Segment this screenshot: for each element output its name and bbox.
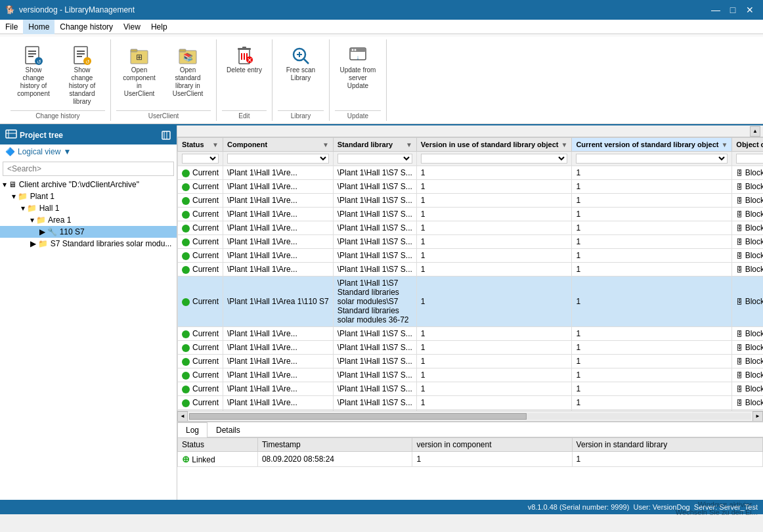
table-row[interactable]: Current\Plant 1\Hall 1\Are...\Plant 1\Ha… bbox=[178, 194, 764, 208]
version-in-use-filter-btn[interactable]: ▼ bbox=[561, 141, 568, 148]
tree-expand-110s7[interactable]: ▶ bbox=[39, 227, 45, 236]
tree-expand-hall1[interactable]: ▾ bbox=[21, 204, 25, 213]
tree-expand-s7standard[interactable]: ▶ bbox=[30, 239, 36, 248]
tree-item-110s7[interactable]: ▶ 🔧 110 S7 bbox=[0, 226, 177, 238]
delete-entry-button[interactable]: ✕ Delete entry bbox=[222, 42, 267, 78]
table-row[interactable]: Current\Plant 1\Hall 1\Are...\Plant 1\Ha… bbox=[178, 396, 764, 410]
tree-item-plant1[interactable]: ▾ 📁 Plant 1 bbox=[0, 190, 177, 202]
version-in-use-filter-select[interactable] bbox=[421, 154, 568, 164]
open-standard-library-button[interactable]: 📚 Open standard library in UserClient bbox=[165, 42, 211, 101]
update-from-server-button[interactable]: ↓ Update from server Update bbox=[335, 42, 381, 93]
filter-object-comp[interactable] bbox=[732, 152, 763, 166]
scroll-right-button[interactable]: ► bbox=[752, 411, 763, 422]
table-row[interactable]: Current\Plant 1\Hall 1\Are...\Plant 1\Ha… bbox=[178, 355, 764, 368]
table-row[interactable]: Current\Plant 1\Hall 1\Are...\Plant 1\Ha… bbox=[178, 341, 764, 355]
table-row[interactable]: Current\Plant 1\Hall 1\Are...\Plant 1\Ha… bbox=[178, 249, 764, 263]
cell-component: \Plant 1\Hall 1\Are... bbox=[223, 341, 334, 355]
library-filter-select[interactable] bbox=[338, 154, 412, 164]
menu-home[interactable]: Home bbox=[23, 20, 54, 34]
cell-object-component: 🗄 Blocks\🗂 DB252 bbox=[732, 235, 763, 249]
tab-details[interactable]: Details bbox=[207, 422, 249, 437]
table-row[interactable]: Current\Plant 1\Hall 1\Are...\Plant 1\Ha… bbox=[178, 382, 764, 396]
tree-item-client-archive[interactable]: ▾ 🖥 Client archive "D:\vdClientArchive" bbox=[0, 179, 177, 190]
cell-current-version: 1 bbox=[572, 368, 732, 382]
cell-version-in-use: 1 bbox=[416, 180, 572, 194]
menu-file[interactable]: File bbox=[0, 20, 23, 34]
tree-label-hall1: Hall 1 bbox=[39, 204, 60, 213]
library-filter-btn[interactable]: ▼ bbox=[406, 141, 412, 148]
library-group-label: Library bbox=[278, 110, 324, 121]
current-version-filter-btn[interactable]: ▼ bbox=[721, 141, 728, 148]
ribbon-group-userclient: ⊞ Open component in UserClient 📚 Open st… bbox=[111, 39, 217, 121]
horizontal-scrollbar[interactable]: ◄ ► bbox=[177, 410, 763, 421]
table-row[interactable]: Current\Plant 1\Hall 1\Are...\Plant 1\Ha… bbox=[178, 368, 764, 382]
table-row[interactable]: Current\Plant 1\Hall 1\Area 1\110 S7\Pla… bbox=[178, 277, 764, 327]
cell-status: Current bbox=[178, 277, 223, 327]
table-row[interactable]: Current\Plant 1\Hall 1\Are...\Plant 1\Ha… bbox=[178, 180, 764, 194]
tab-log[interactable]: Log bbox=[177, 422, 207, 437]
object-comp-filter-select[interactable] bbox=[736, 154, 763, 164]
change-history-group-label: Change history bbox=[11, 110, 105, 121]
cell-component: \Plant 1\Hall 1\Are... bbox=[223, 235, 334, 249]
minimize-button[interactable]: — bbox=[708, 2, 724, 18]
filter-current-version[interactable] bbox=[572, 152, 732, 166]
title-bar: 🐕 versiondog - LibraryManagement — □ ✕ bbox=[0, 0, 763, 20]
h-scrollbar-thumb[interactable] bbox=[189, 413, 527, 420]
svg-rect-1 bbox=[28, 51, 36, 52]
open-component-userclient-button[interactable]: ⊞ Open component in UserClient bbox=[116, 42, 162, 101]
menu-change-history[interactable]: Change history bbox=[54, 20, 118, 34]
close-button[interactable]: ✕ bbox=[742, 2, 758, 18]
component-col-label: Component bbox=[227, 141, 267, 148]
component-filter-btn[interactable]: ▼ bbox=[322, 141, 329, 148]
status-filter-select[interactable] bbox=[182, 154, 219, 164]
filter-version-in-use[interactable] bbox=[416, 152, 572, 166]
tree-expand-plant1[interactable]: ▾ bbox=[12, 192, 16, 201]
root-icon: 🖥 bbox=[9, 180, 16, 189]
filter-component[interactable] bbox=[223, 152, 334, 166]
cell-component: \Plant 1\Hall 1\Are... bbox=[223, 208, 334, 221]
cell-current-version: 1 bbox=[572, 263, 732, 277]
menu-view[interactable]: View bbox=[118, 20, 146, 34]
tree-item-area1[interactable]: ▾ 📁 Area 1 bbox=[0, 214, 177, 226]
svg-text:✕: ✕ bbox=[247, 56, 252, 64]
show-change-history-library-button[interactable]: ↺ Show change history of standard librar… bbox=[59, 42, 105, 109]
current-version-filter-select[interactable] bbox=[576, 154, 728, 164]
cell-version-in-use: 1 bbox=[416, 263, 572, 277]
right-panel: ▲ Status ▼ Component bbox=[177, 125, 763, 500]
tree-item-hall1[interactable]: ▾ 📁 Hall 1 bbox=[0, 202, 177, 214]
filter-status[interactable] bbox=[178, 152, 223, 166]
cell-object-component: 🗄 Blocks\🗂 DB45 bbox=[732, 382, 763, 396]
component-icon-110s7: 🔧 bbox=[47, 227, 57, 236]
filter-library[interactable] bbox=[333, 152, 416, 166]
cell-status: Current bbox=[178, 221, 223, 235]
svg-rect-35 bbox=[6, 130, 16, 138]
svg-point-33 bbox=[354, 49, 356, 51]
free-scan-icon bbox=[290, 45, 311, 66]
component-filter-select[interactable] bbox=[227, 154, 329, 164]
table-row[interactable]: Current\Plant 1\Hall 1\Are...\Plant 1\Ha… bbox=[178, 263, 764, 277]
search-input[interactable] bbox=[3, 162, 174, 176]
menu-help[interactable]: Help bbox=[146, 20, 173, 34]
bottom-tabs: Log Details bbox=[177, 422, 763, 437]
tree-label-s7standard: S7 Standard libraries solar modu... bbox=[51, 239, 172, 248]
table-row[interactable]: Current\Plant 1\Hall 1\Are...\Plant 1\Ha… bbox=[178, 327, 764, 341]
table-row[interactable]: Current\Plant 1\Hall 1\Are...\Plant 1\Ha… bbox=[178, 221, 764, 235]
scroll-left-button[interactable]: ◄ bbox=[177, 411, 188, 422]
free-scan-button[interactable]: Free scan Library bbox=[278, 42, 324, 85]
status-filter-btn[interactable]: ▼ bbox=[212, 141, 219, 148]
tree-item-s7standard[interactable]: ▶ 📁 S7 Standard libraries solar modu... bbox=[0, 238, 177, 250]
table-row[interactable]: Current\Plant 1\Hall 1\Are...\Plant 1\Ha… bbox=[178, 235, 764, 249]
show-change-history-component-button[interactable]: ↺ Show change history of component bbox=[11, 42, 56, 101]
scroll-up-button[interactable]: ▲ bbox=[750, 126, 760, 137]
table-row[interactable]: Current\Plant 1\Hall 1\Are...\Plant 1\Ha… bbox=[178, 208, 764, 221]
cell-current-version: 1 bbox=[572, 355, 732, 368]
panel-icon bbox=[5, 128, 17, 142]
view-selector[interactable]: 🔷 Logical view ▼ bbox=[0, 144, 177, 159]
svg-rect-38 bbox=[162, 131, 170, 139]
tree-expand-root[interactable]: ▾ bbox=[3, 180, 7, 189]
cell-object-component: 🗄 Blocks\🗂 DB41 bbox=[732, 327, 763, 341]
table-row[interactable]: Current\Plant 1\Hall 1\Are...\Plant 1\Ha… bbox=[178, 166, 764, 180]
tree-expand-area1[interactable]: ▾ bbox=[30, 215, 34, 225]
maximize-button[interactable]: □ bbox=[725, 2, 741, 18]
cell-component: \Plant 1\Hall 1\Are... bbox=[223, 221, 334, 235]
